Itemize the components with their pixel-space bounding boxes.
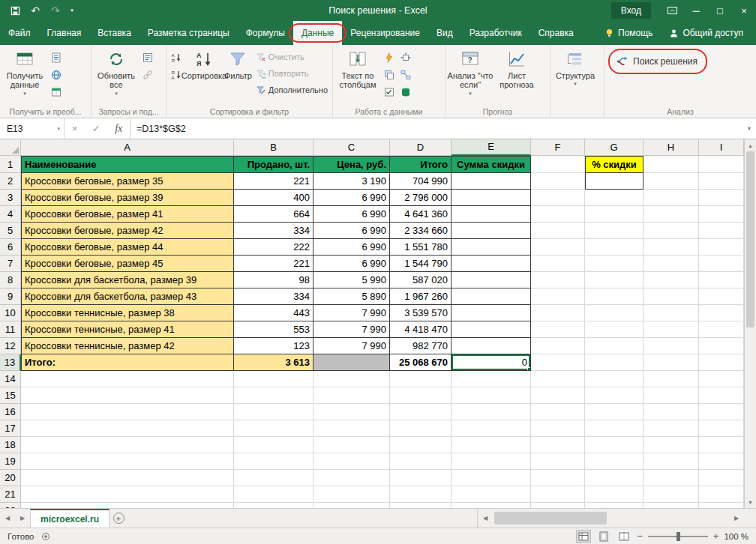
cell-F21[interactable] — [531, 486, 585, 503]
cell-E1[interactable]: Сумма скидки — [452, 156, 531, 173]
cell-A3[interactable]: Кроссовки беговые, размер 39 — [21, 190, 234, 206]
cell-D11[interactable]: 4 418 470 — [390, 321, 452, 338]
cell-I10[interactable] — [699, 305, 744, 321]
zoom-in-button[interactable]: + — [713, 531, 719, 542]
cell-E2[interactable] — [452, 173, 531, 190]
cell-E9[interactable] — [452, 288, 531, 305]
relationships-icon[interactable] — [398, 67, 414, 82]
ribbon-tab-8[interactable]: Разработчик — [461, 21, 530, 45]
qat-customize-icon[interactable]: ▾ — [67, 1, 77, 19]
cell-I2[interactable] — [699, 173, 744, 190]
cell-I7[interactable] — [699, 256, 744, 272]
cell-C7[interactable]: 6 990 — [314, 256, 390, 272]
close-button[interactable]: × — [732, 0, 756, 21]
cell-I9[interactable] — [699, 288, 744, 305]
cell-I4[interactable] — [699, 206, 744, 223]
cell-I21[interactable] — [699, 486, 744, 503]
row-header-1[interactable]: 1 — [0, 156, 21, 173]
cell-B22[interactable] — [234, 503, 314, 508]
row-header-18[interactable]: 18 — [0, 437, 21, 453]
from-text-csv-icon[interactable] — [48, 50, 64, 65]
cell-G17[interactable] — [585, 420, 644, 437]
row-header-10[interactable]: 10 — [0, 305, 21, 321]
cell-C17[interactable] — [314, 420, 390, 437]
name-box[interactable]: E13 ▾ — [0, 118, 64, 139]
text-to-columns-button[interactable]: Текст по столбцам — [334, 46, 381, 90]
from-web-icon[interactable] — [48, 67, 64, 82]
cell-E11[interactable] — [452, 321, 531, 338]
column-header-D[interactable]: D — [390, 139, 452, 156]
cell-B10[interactable]: 443 — [234, 305, 314, 321]
cell-F7[interactable] — [531, 256, 585, 272]
redo-icon[interactable]: ↷ — [46, 1, 64, 19]
tab-share[interactable]: Общий доступ — [661, 21, 752, 45]
row-header-22[interactable]: 22 — [0, 503, 21, 508]
column-header-A[interactable]: A — [21, 139, 234, 156]
cell-D12[interactable]: 982 770 — [390, 338, 452, 354]
cell-D22[interactable] — [390, 503, 452, 508]
vscroll-down-icon[interactable]: ▼ — [745, 496, 756, 508]
cell-B8[interactable]: 98 — [234, 272, 314, 288]
cell-H19[interactable] — [644, 453, 699, 470]
row-header-14[interactable]: 14 — [0, 371, 21, 387]
cancel-entry-icon[interactable]: × — [72, 123, 78, 134]
cell-H6[interactable] — [644, 239, 699, 256]
row-header-16[interactable]: 16 — [0, 404, 21, 420]
cell-I18[interactable] — [699, 437, 744, 453]
cell-A22[interactable] — [21, 503, 234, 508]
cell-H11[interactable] — [644, 321, 699, 338]
vscroll-track[interactable] — [745, 151, 756, 496]
from-table-range-icon[interactable] — [48, 85, 64, 100]
cell-E3[interactable] — [452, 190, 531, 206]
cell-H1[interactable] — [644, 156, 699, 173]
cell-I11[interactable] — [699, 321, 744, 338]
normal-view-button[interactable] — [576, 530, 591, 543]
row-header-4[interactable]: 4 — [0, 206, 21, 223]
cell-C19[interactable] — [314, 453, 390, 470]
cell-H18[interactable] — [644, 437, 699, 453]
cell-H17[interactable] — [644, 420, 699, 437]
cell-D8[interactable]: 587 020 — [390, 272, 452, 288]
cell-F13[interactable] — [531, 354, 585, 371]
cell-D18[interactable] — [390, 437, 452, 453]
cell-C9[interactable]: 5 890 — [314, 288, 390, 305]
column-header-B[interactable]: B — [234, 139, 314, 156]
ribbon-tab-4[interactable]: Формулы — [238, 21, 293, 45]
cell-H7[interactable] — [644, 256, 699, 272]
cell-E20[interactable] — [452, 470, 531, 486]
row-header-9[interactable]: 9 — [0, 288, 21, 305]
cell-D1[interactable]: Итого — [390, 156, 452, 173]
cell-B2[interactable]: 221 — [234, 173, 314, 190]
cell-E14[interactable] — [452, 371, 531, 387]
sheet-nav-right-icon[interactable]: ▶ — [15, 509, 30, 528]
consolidate-icon[interactable] — [398, 50, 414, 65]
cell-E21[interactable] — [452, 486, 531, 503]
cell-C2[interactable]: 3 190 — [314, 173, 390, 190]
cell-D20[interactable] — [390, 470, 452, 486]
cell-B20[interactable] — [234, 470, 314, 486]
cell-C10[interactable]: 7 990 — [314, 305, 390, 321]
cell-C20[interactable] — [314, 470, 390, 486]
cell-I16[interactable] — [699, 404, 744, 420]
cell-D17[interactable] — [390, 420, 452, 437]
cell-D16[interactable] — [390, 404, 452, 420]
cell-A9[interactable]: Кроссовки для баскетбола, размер 43 — [21, 288, 234, 305]
cell-D7[interactable]: 1 544 790 — [390, 256, 452, 272]
row-header-15[interactable]: 15 — [0, 387, 21, 404]
row-header-17[interactable]: 17 — [0, 420, 21, 437]
cell-D4[interactable]: 4 641 360 — [390, 206, 452, 223]
cell-H2[interactable] — [644, 173, 699, 190]
cell-B16[interactable] — [234, 404, 314, 420]
row-header-13[interactable]: 13 — [0, 354, 21, 371]
row-header-3[interactable]: 3 — [0, 190, 21, 206]
ribbon-tab-5[interactable]: Данные — [293, 21, 342, 45]
reapply-filter-button[interactable]: Повторить — [253, 66, 331, 81]
cell-G21[interactable] — [585, 486, 644, 503]
filter-button[interactable]: Фильтр — [224, 46, 253, 80]
ribbon-tab-0[interactable]: Файл — [0, 21, 39, 45]
cell-B7[interactable]: 221 — [234, 256, 314, 272]
cell-A6[interactable]: Кроссовки беговые, размер 44 — [21, 239, 234, 256]
cell-D13[interactable]: 25 068 670 — [390, 354, 452, 371]
cell-H4[interactable] — [644, 206, 699, 223]
cell-F10[interactable] — [531, 305, 585, 321]
